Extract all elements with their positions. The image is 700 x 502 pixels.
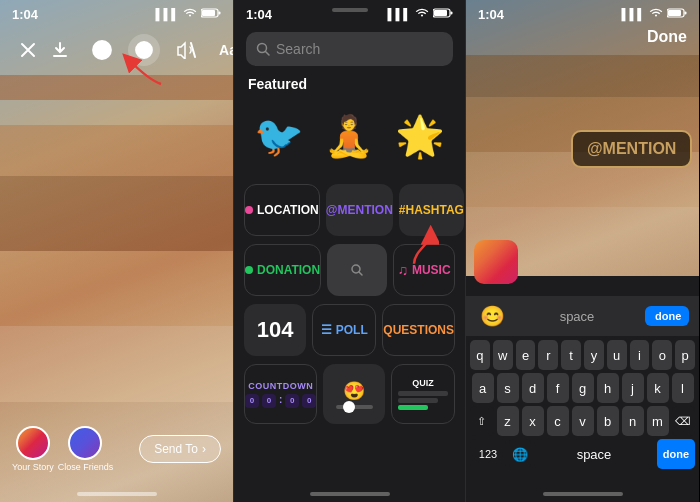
key-m[interactable]: m	[647, 406, 669, 436]
home-indicator-1	[77, 492, 157, 496]
svg-rect-9	[451, 12, 453, 15]
signal-icon-3: ▌▌▌	[622, 8, 645, 20]
shift-key[interactable]: ⇧	[470, 406, 494, 436]
key-u[interactable]: u	[607, 340, 627, 370]
svg-line-14	[359, 272, 362, 275]
globe-key[interactable]: 🌐	[509, 439, 531, 469]
story-options: Your Story Close Friends	[12, 426, 113, 472]
featured-stickers-row: 🐦 🧘 🌟	[244, 96, 455, 176]
location-dot-icon	[245, 206, 253, 214]
done-keyboard-button[interactable]: done	[645, 306, 689, 326]
key-s[interactable]: s	[497, 373, 519, 403]
svg-rect-17	[668, 10, 681, 16]
key-n[interactable]: n	[622, 406, 644, 436]
svg-rect-1	[219, 12, 221, 15]
key-l[interactable]: l	[672, 373, 694, 403]
search-icon	[256, 42, 270, 56]
kb-row-3: ⇧ z x c v b n m ⌫	[470, 406, 695, 436]
countdown-sticker[interactable]: COUNTDOWN 0 0 : 0 0	[244, 364, 317, 424]
key-a[interactable]: a	[472, 373, 494, 403]
text-button[interactable]: Aa	[212, 34, 233, 66]
wifi-icon-3	[649, 8, 663, 20]
donation-sticker[interactable]: DONATION	[244, 244, 321, 296]
kb-row-1: q w e r t y u i o p	[470, 340, 695, 370]
send-to-button[interactable]: Send To ›	[139, 435, 221, 463]
battery-icon	[201, 8, 221, 20]
featured-label: Featured	[248, 76, 307, 92]
svg-rect-10	[434, 10, 447, 16]
done-button[interactable]: Done	[647, 28, 687, 46]
wifi-icon	[183, 8, 197, 20]
key-g[interactable]: g	[572, 373, 594, 403]
number-key[interactable]: 123	[470, 439, 506, 469]
key-c[interactable]: c	[547, 406, 569, 436]
emoji-button[interactable]	[86, 34, 118, 66]
key-p[interactable]: p	[675, 340, 695, 370]
questions-sticker[interactable]: QUESTIONS	[382, 304, 455, 356]
sticker-sun[interactable]: 🌟	[385, 101, 455, 171]
battery-icon-3	[667, 8, 687, 20]
key-h[interactable]: h	[597, 373, 619, 403]
home-indicator-3	[543, 492, 623, 496]
download-button[interactable]	[44, 34, 76, 66]
sticker-row-cpq: 104 ☰ POLL QUESTIONS	[244, 304, 455, 356]
key-v[interactable]: v	[572, 406, 594, 436]
key-k[interactable]: k	[647, 373, 669, 403]
search-sticker[interactable]	[327, 244, 387, 296]
sticker-row-ceq: COUNTDOWN 0 0 : 0 0 😍 QUIZ	[244, 364, 455, 424]
key-j[interactable]: j	[622, 373, 644, 403]
key-d[interactable]: d	[522, 373, 544, 403]
emoji-slider-sticker[interactable]: 😍	[323, 364, 385, 424]
close-button[interactable]	[12, 34, 44, 66]
emoji-keyboard-button[interactable]: 😊	[476, 300, 509, 332]
key-r[interactable]: r	[538, 340, 558, 370]
sticker-meditation[interactable]: 🧘	[314, 101, 384, 171]
key-e[interactable]: e	[516, 340, 536, 370]
kb-row-4: 123 🌐 space done	[470, 439, 695, 469]
key-x[interactable]: x	[522, 406, 544, 436]
poll-icon: ☰	[321, 323, 332, 337]
space-keyboard-label: space	[556, 305, 599, 328]
key-w[interactable]: w	[493, 340, 513, 370]
sticker-search-bar[interactable]: Search	[246, 32, 453, 66]
your-story-label: Your Story	[12, 462, 54, 472]
key-z[interactable]: z	[497, 406, 519, 436]
status-icons-3: ▌▌▌	[622, 8, 687, 20]
quiz-sticker[interactable]: QUIZ	[391, 364, 455, 424]
status-icons-2: ▌▌▌	[388, 8, 453, 20]
svg-rect-2	[202, 10, 215, 16]
svg-point-4	[98, 47, 100, 49]
backspace-key[interactable]: ⌫	[672, 406, 696, 436]
panel-story-editor: 1:04 ▌▌▌	[0, 0, 233, 502]
svg-rect-16	[685, 12, 687, 15]
mention-sticker-placed[interactable]: @MENTION	[571, 130, 692, 168]
time-3: 1:04	[478, 7, 504, 22]
mute-button[interactable]	[170, 34, 202, 66]
sticker-bird[interactable]: 🐦	[244, 101, 314, 171]
counter-sticker[interactable]: 104	[244, 304, 306, 356]
svg-line-12	[266, 52, 270, 56]
key-q[interactable]: q	[470, 340, 490, 370]
done-key-bottom[interactable]: done	[657, 439, 695, 469]
top-bar-left	[12, 34, 44, 66]
keyboard-rows: q w e r t y u i o p a s d f g h j k l	[466, 336, 699, 469]
space-key[interactable]: space	[534, 439, 654, 469]
your-story-avatar[interactable]	[16, 426, 50, 460]
search-icon-sticker	[350, 263, 364, 277]
battery-icon-2	[433, 8, 453, 20]
mention-sticker-btn[interactable]: @MENTION	[326, 184, 393, 236]
status-bar-2: 1:04 ▌▌▌	[234, 0, 465, 28]
key-i[interactable]: i	[630, 340, 650, 370]
kb-row-2: a s d f g h j k l	[470, 373, 695, 403]
key-f[interactable]: f	[547, 373, 569, 403]
close-friends-avatar[interactable]	[68, 426, 102, 460]
small-avatar-3	[474, 240, 518, 284]
key-t[interactable]: t	[561, 340, 581, 370]
key-o[interactable]: o	[652, 340, 672, 370]
key-b[interactable]: b	[597, 406, 619, 436]
poll-sticker[interactable]: ☰ POLL	[312, 304, 376, 356]
top-bar-1: Aa	[0, 28, 233, 72]
key-y[interactable]: y	[584, 340, 604, 370]
location-sticker[interactable]: LOCATION	[244, 184, 320, 236]
red-arrow-mention	[389, 218, 439, 268]
